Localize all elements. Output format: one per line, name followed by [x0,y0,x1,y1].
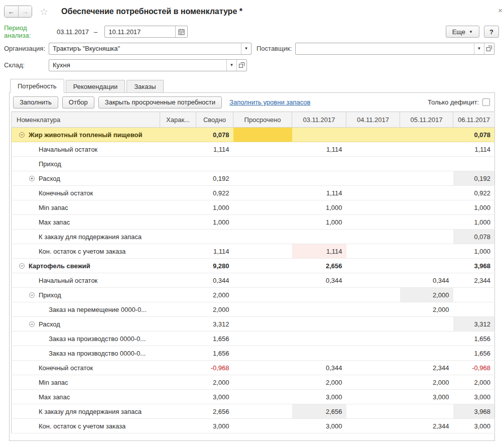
cell-d04[interactable] [346,230,400,244]
warehouse-open-button[interactable] [236,60,246,71]
cell-overdue[interactable] [233,230,292,244]
cell-d05[interactable] [400,244,453,259]
table-row[interactable]: Начальный остаток0,3440,3440,3442,344 [12,273,495,288]
table-row[interactable]: Заказ на производство 0000-0...1,6561,65… [12,331,495,346]
collapse-icon[interactable] [19,263,25,269]
cell-overdue[interactable] [233,273,292,288]
cell-overdue[interactable] [233,259,292,273]
cell-overdue[interactable] [233,288,292,302]
row-label-cell[interactable]: Расход [12,171,160,186]
cell-d05[interactable] [400,128,453,142]
table-row[interactable]: К заказу для поддержания запаса2,6562,65… [12,404,495,419]
cell-d05[interactable] [400,259,453,273]
cell-d03[interactable]: 2,656 [292,259,346,273]
collapse-icon[interactable] [29,321,35,327]
cell-d05[interactable]: 2,000 [400,375,453,390]
cell-d06[interactable]: 1,000 [453,215,495,230]
cell-charak[interactable] [160,128,196,142]
cell-d06[interactable]: 1,114 [453,142,495,157]
cell-d05[interactable]: 2,344 [400,361,453,375]
cell-d03[interactable] [292,157,346,171]
cell-d04[interactable] [346,259,400,273]
cell-overdue[interactable] [233,215,292,230]
column-header[interactable]: 03.11.2017 [292,112,346,128]
table-row[interactable]: Начальный остаток1,1141,1141,114 [12,142,495,157]
cell-svodno[interactable]: 1,000 [196,200,233,215]
calendar-button[interactable] [175,26,187,37]
cell-d03[interactable] [292,288,346,302]
cell-d04[interactable] [346,404,400,419]
cell-charak[interactable] [160,259,196,273]
supplier-dropdown-button[interactable]: ▼ [474,43,484,54]
cell-svodno[interactable]: 3,000 [196,419,233,433]
cell-d03[interactable] [292,128,346,142]
cell-overdue[interactable] [233,142,292,157]
cell-svodno[interactable]: 2,656 [196,404,233,419]
cell-d03[interactable]: 3,000 [292,390,346,404]
cell-d04[interactable] [346,128,400,142]
cell-overdue[interactable] [233,346,292,361]
table-group-row[interactable]: Жир животный топленый пищевой0,0780,078 [12,128,495,142]
cell-svodno[interactable]: 1,656 [196,346,233,361]
cell-overdue[interactable] [233,390,292,404]
cell-svodno[interactable]: 0,078 [196,128,233,142]
supplier-open-button[interactable] [484,43,494,54]
collapse-icon[interactable] [19,132,25,138]
cell-charak[interactable] [160,200,196,215]
cell-charak[interactable] [160,273,196,288]
column-header[interactable]: 05.11.2017 [400,112,453,128]
cell-d04[interactable] [346,331,400,346]
cell-d03[interactable]: 1,114 [292,244,346,259]
cell-d05[interactable] [400,200,453,215]
cell-d03[interactable]: 1,114 [292,186,346,200]
deficit-checkbox[interactable] [482,98,490,106]
warehouse-field[interactable]: Кухня ▼ [49,59,247,71]
column-header[interactable]: 04.11.2017 [346,112,400,128]
cell-d04[interactable] [346,390,400,404]
cell-d03[interactable]: 0,344 [292,361,346,375]
cell-d03[interactable]: 0,344 [292,273,346,288]
cell-d06[interactable]: 1,000 [453,244,495,259]
column-header[interactable]: Просрочено [233,112,292,128]
cell-d06[interactable]: 3,968 [453,404,495,419]
warehouse-value[interactable]: Кухня [49,61,226,69]
cell-charak[interactable] [160,215,196,230]
tab-potrebnost[interactable]: Потребность [10,79,64,93]
period-to-input[interactable] [105,28,175,36]
cell-charak[interactable] [160,331,196,346]
back-button[interactable]: ← [5,6,18,17]
cell-charak[interactable] [160,244,196,259]
table-row[interactable]: Кон. остаток с учетом заказа3,0003,0002,… [12,419,495,433]
table-group-row[interactable]: Картофель свежий9,2802,6563,968 [12,259,495,273]
cell-d06[interactable]: 2,000 [453,375,495,390]
table-row[interactable]: Расход3,3123,312 [12,317,495,331]
close-icon[interactable]: × [498,6,502,15]
column-header[interactable]: Номенклатура [12,112,160,128]
column-header[interactable]: Харак... [160,112,196,128]
table-row[interactable]: Max запас1,0001,0001,000 [12,215,495,230]
table-row[interactable]: К заказу для поддержания запаса0,078 [12,230,495,244]
cell-svodno[interactable]: 0,192 [196,171,233,186]
row-label-cell[interactable]: К заказу для поддержания запаса [12,230,160,244]
row-label-cell[interactable]: Начальный остаток [12,273,160,288]
cell-d06[interactable]: 3,312 [453,317,495,331]
organization-field[interactable]: Трактиръ "Вкусняшка" ▼ [49,43,251,55]
row-label-cell[interactable]: Min запас [12,375,160,390]
cell-d04[interactable] [346,200,400,215]
row-label-cell[interactable]: Min запас [12,200,160,215]
cell-d03[interactable]: 3,000 [292,419,346,433]
cell-d04[interactable] [346,171,400,186]
table-row[interactable]: Max запас3,0003,0003,0003,000 [12,390,495,404]
table-row[interactable]: Расход0,1920,192 [12,171,495,186]
cell-svodno[interactable]: 0,922 [196,186,233,200]
cell-overdue[interactable] [233,317,292,331]
cell-d06[interactable]: 0,078 [453,128,495,142]
cell-d06[interactable]: 1,000 [453,200,495,215]
cell-charak[interactable] [160,186,196,200]
cell-overdue[interactable] [233,302,292,317]
warehouse-dropdown-button[interactable]: ▼ [226,60,236,71]
cell-charak[interactable] [160,390,196,404]
cell-d05[interactable]: 2,344 [400,419,453,433]
period-label[interactable]: Период анализа: [4,24,53,39]
favorite-star-icon[interactable]: ☆ [40,7,48,17]
